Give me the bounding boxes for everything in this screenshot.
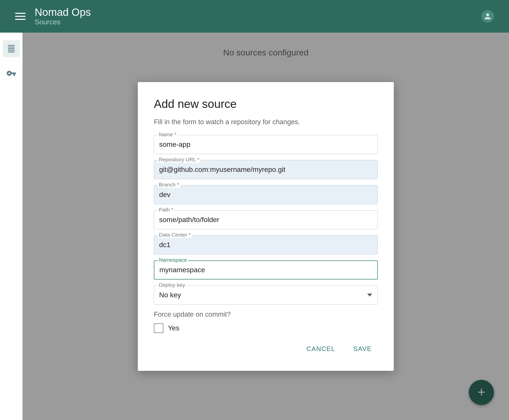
topbar-left: Nomad Ops Sources <box>15 7 91 26</box>
data-center-field: Data Center * <box>154 235 378 254</box>
user-avatar[interactable] <box>481 10 494 23</box>
path-input[interactable] <box>154 210 378 229</box>
cancel-button[interactable]: CANCEL <box>300 341 341 357</box>
topbar: Nomad Ops Sources <box>0 0 509 33</box>
force-update-section: Force update on commit? Yes <box>154 311 378 333</box>
dialog-title: Add new source <box>154 97 378 111</box>
sidebar-item-sources[interactable] <box>3 40 20 57</box>
sidebar-item-keys[interactable] <box>3 65 20 82</box>
page-subtitle: Sources <box>35 18 91 26</box>
dialog-actions: CANCEL SAVE <box>154 341 378 357</box>
add-source-dialog: Add new source Fill in the form to watch… <box>138 82 394 371</box>
save-button[interactable]: SAVE <box>347 341 378 357</box>
namespace-input[interactable] <box>154 260 378 279</box>
path-field: Path * <box>154 210 378 229</box>
deploy-key-select[interactable]: No key <box>154 286 378 305</box>
topbar-title-block: Nomad Ops Sources <box>35 7 91 26</box>
deploy-key-select-wrapper: No key <box>154 286 378 305</box>
repo-url-field: Repository URL * <box>154 160 378 179</box>
branch-input[interactable] <box>154 185 378 204</box>
main-layout: No sources configured Add new source Fil… <box>0 33 509 420</box>
force-update-checkbox[interactable] <box>154 323 163 333</box>
repo-url-input[interactable] <box>154 160 378 179</box>
name-input[interactable] <box>154 135 378 154</box>
content-area: No sources configured Add new source Fil… <box>23 33 509 420</box>
app-title: Nomad Ops <box>35 7 91 18</box>
force-update-label: Force update on commit? <box>154 311 378 318</box>
data-center-input[interactable] <box>154 235 378 254</box>
deploy-key-field: Deploy key No key <box>154 286 378 305</box>
namespace-field: Namespace <box>154 260 378 279</box>
sidebar <box>0 33 23 420</box>
dialog-subtitle: Fill in the form to watch a repository f… <box>154 118 378 126</box>
checkbox-row: Yes <box>154 323 378 333</box>
modal-overlay: Add new source Fill in the form to watch… <box>23 33 509 420</box>
checkbox-yes-label: Yes <box>168 324 179 332</box>
hamburger-icon[interactable] <box>15 13 26 20</box>
name-field: Name * <box>154 135 378 154</box>
branch-field: Branch * <box>154 185 378 204</box>
